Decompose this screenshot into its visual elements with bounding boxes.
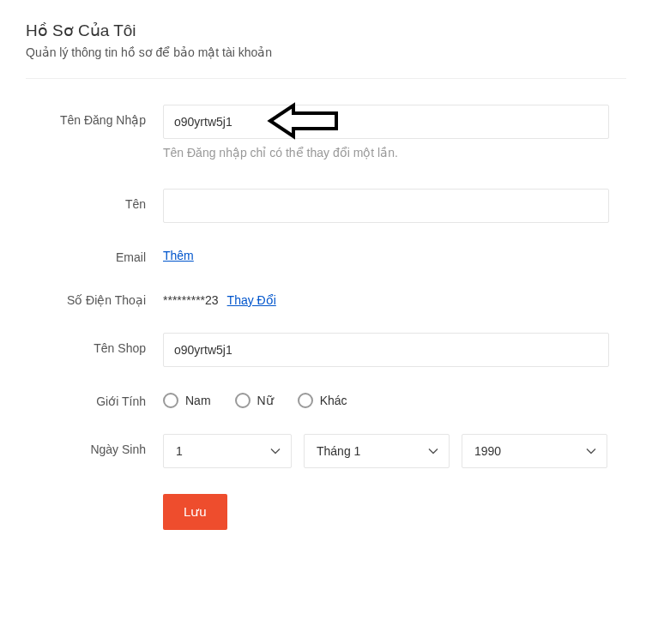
phone-masked: *********23 <box>163 293 219 307</box>
gender-option-male[interactable]: Nam <box>163 393 211 408</box>
gender-option-label: Khác <box>320 394 347 407</box>
email-add-link[interactable]: Thêm <box>163 249 194 262</box>
birthday-month-select[interactable]: Tháng 1 <box>304 434 450 468</box>
gender-option-other[interactable]: Khác <box>298 393 347 408</box>
phone-change-link[interactable]: Thay Đổi <box>227 293 276 307</box>
divider <box>26 78 626 79</box>
username-input[interactable] <box>163 105 609 139</box>
chevron-down-icon <box>270 446 281 456</box>
email-label: Email <box>26 249 163 264</box>
username-label: Tên Đăng Nhập <box>26 105 163 127</box>
gender-option-female[interactable]: Nữ <box>235 393 274 408</box>
name-label: Tên <box>26 189 163 211</box>
radio-icon <box>298 393 313 408</box>
birthday-day-value: 1 <box>176 444 183 458</box>
save-button[interactable]: Lưu <box>163 494 227 530</box>
chevron-down-icon <box>428 446 438 456</box>
birthday-year-value: 1990 <box>474 444 501 458</box>
phone-label: Số Điện Thoại <box>26 290 163 307</box>
shop-label: Tên Shop <box>26 333 163 355</box>
birthday-year-select[interactable]: 1990 <box>462 434 607 468</box>
radio-icon <box>235 393 251 408</box>
name-input[interactable] <box>163 189 609 223</box>
birthday-label: Ngày Sinh <box>26 434 163 456</box>
radio-icon <box>163 393 178 408</box>
page-subtitle: Quản lý thông tin hồ sơ để bảo mật tài k… <box>26 45 626 59</box>
username-hint: Tên Đăng nhập chỉ có thể thay đổi một lầ… <box>163 146 609 159</box>
gender-option-label: Nam <box>185 394 211 407</box>
birthday-month-value: Tháng 1 <box>317 444 360 458</box>
chevron-down-icon <box>586 446 596 456</box>
gender-label: Giới Tính <box>26 393 163 408</box>
gender-option-label: Nữ <box>257 394 274 407</box>
page-title: Hồ Sơ Của Tôi <box>26 21 626 40</box>
birthday-day-select[interactable]: 1 <box>163 434 292 468</box>
shop-input[interactable] <box>163 333 609 367</box>
